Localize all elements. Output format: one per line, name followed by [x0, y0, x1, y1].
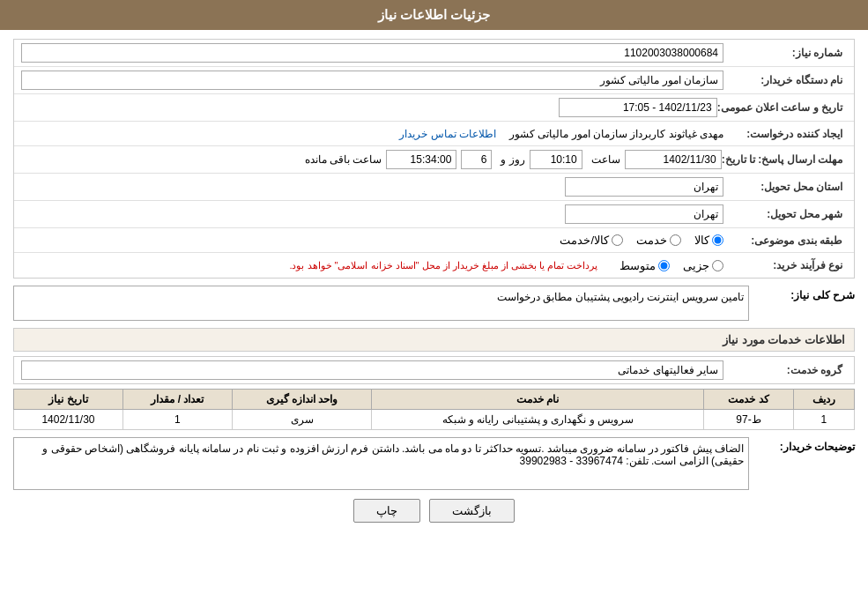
category-radio-group: کالا خدمت کالا/خدمت: [560, 234, 723, 247]
sharch-section: شرح کلی نیاز: تامین سرویس اینترنت رادیوی…: [13, 286, 855, 321]
category-radio-kala[interactable]: [712, 234, 723, 246]
creator-value-cell: مهدی غیاثوند کاربرداز سازمان امور مالیات…: [21, 128, 723, 140]
service-group-row: گروه خدمت:: [13, 356, 855, 384]
service-group-input: [21, 360, 723, 380]
announce-datetime-value-cell: [21, 98, 717, 117]
category-label: طبقه بندی موضوعی:: [723, 234, 847, 247]
category-label-khadamat: خدمت: [636, 234, 667, 247]
table-row: 1 ط-97 سرویس و نگهداری و پشتیبانی رایانه…: [14, 410, 855, 430]
col-quantity: تعداد / مقدار: [122, 390, 232, 410]
need-number-row: شماره نیاز:: [14, 40, 854, 67]
buyer-org-row: نام دستگاه خریدار:: [14, 67, 854, 94]
cell-unit: سری: [232, 410, 372, 430]
send-remaining-input: [386, 150, 456, 169]
purchase-type-label-jozii: جزیی: [683, 259, 709, 272]
category-row: طبقه بندی موضوعی: کالا خدمت: [14, 228, 854, 253]
send-time-label: ساعت: [591, 153, 620, 166]
send-remaining-label: ساعت باقی مانده: [305, 153, 382, 166]
send-deadline-value-cell: ساعت روز و ساعت باقی مانده: [21, 150, 722, 169]
buyer-org-label: نام دستگاه خریدار:: [723, 74, 847, 86]
purchase-type-note: پرداخت تمام یا بخشی از مبلغ خریدار از مح…: [289, 260, 597, 271]
category-value-cell: کالا خدمت کالا/خدمت: [21, 234, 723, 247]
purchase-type-option-jozii[interactable]: جزیی: [683, 259, 723, 272]
announce-datetime-input: [559, 98, 717, 117]
purchase-type-radio-motevasset[interactable]: [658, 260, 670, 271]
service-group-label: گروه خدمت:: [723, 364, 847, 376]
send-days-input: [461, 150, 492, 169]
category-option-khadamat[interactable]: خدمت: [636, 234, 681, 247]
city-value-cell: [21, 204, 723, 224]
cell-quantity: 1: [122, 410, 232, 430]
province-row: استان محل تحویل:: [14, 174, 854, 201]
services-table-section: ردیف کد خدمت نام خدمت واحد اندازه گیری ت…: [13, 389, 855, 430]
announce-datetime-label: تاریخ و ساعت اعلان عمومی:: [717, 101, 847, 114]
province-value-cell: [21, 177, 723, 197]
cell-row: 1: [793, 410, 854, 430]
purchase-type-radio-jozii[interactable]: [712, 260, 723, 271]
table-header-row: ردیف کد خدمت نام خدمت واحد اندازه گیری ت…: [14, 390, 855, 410]
services-table: ردیف کد خدمت نام خدمت واحد اندازه گیری ت…: [13, 389, 855, 430]
col-name: نام خدمت: [372, 390, 704, 410]
category-label-kala-khadamat: کالا/خدمت: [560, 234, 609, 247]
col-row: ردیف: [793, 390, 854, 410]
page-header: جزئیات اطلاعات نیاز: [0, 0, 868, 30]
send-deadline-label: مهلت ارسال پاسخ: تا تاریخ:: [722, 153, 847, 166]
purchase-type-option-motevasset[interactable]: متوسط: [619, 259, 670, 272]
creator-value: مهدی غیاثوند کاربرداز سازمان امور مالیات…: [509, 128, 723, 140]
need-number-label: شماره نیاز:: [723, 47, 847, 59]
service-group-value-cell: [21, 360, 723, 380]
col-code: کد خدمت: [704, 390, 794, 410]
category-radio-kala-khadamat[interactable]: [612, 234, 623, 246]
purchase-type-value-cell: جزیی متوسط پرداخت تمام یا بخشی از مبلغ خ…: [21, 259, 723, 272]
back-button[interactable]: بازگشت: [429, 499, 515, 523]
buyer-org-input: [21, 71, 723, 90]
send-deadline-row: مهلت ارسال پاسخ: تا تاریخ: ساعت روز و سا…: [14, 146, 854, 174]
date-time-row: ساعت روز و ساعت باقی مانده: [300, 150, 722, 169]
province-input: [565, 177, 723, 197]
category-option-kala[interactable]: کالا: [694, 234, 723, 247]
main-info-section: شماره نیاز: نام دستگاه خریدار: تاریخ و س…: [13, 39, 855, 279]
cell-date: 1402/11/30: [14, 410, 123, 430]
sharch-content: تامین سرویس اینترنت رادیویی پشتیبان مطاب…: [13, 286, 749, 321]
cell-code: ط-97: [704, 410, 794, 430]
content-area: شماره نیاز: نام دستگاه خریدار: تاریخ و س…: [0, 30, 868, 540]
purchase-type-row: نوع فرآیند خرید: جزیی متوسط پرداخت تمام …: [14, 253, 854, 278]
buyer-org-value-cell: [21, 71, 723, 90]
buyer-notes-section: توضیحات خریدار: الضاف پیش فاکتور در ساما…: [13, 437, 855, 490]
creator-label: ایجاد کننده درخواست:: [723, 128, 847, 140]
buttons-row: بازگشت چاپ: [13, 499, 855, 531]
category-radio-khadamat[interactable]: [670, 234, 681, 246]
send-days-label: روز و: [501, 153, 524, 166]
creator-contact-link[interactable]: اطلاعات تماس خریدار: [399, 128, 496, 140]
send-date-input: [625, 150, 722, 169]
buyer-notes-content: الضاف پیش فاکتور در سامانه ضروری میباشد …: [13, 437, 749, 490]
purchase-type-radio-group: جزیی متوسط پرداخت تمام یا بخشی از مبلغ خ…: [289, 259, 723, 272]
city-input: [565, 204, 723, 224]
col-date: تاریخ نیاز: [14, 390, 123, 410]
category-option-kala-khadamat[interactable]: کالا/خدمت: [560, 234, 623, 247]
print-button[interactable]: چاپ: [353, 499, 420, 523]
need-number-input: [21, 43, 723, 63]
city-row: شهر محل تحویل:: [14, 201, 854, 228]
page-wrapper: جزئیات اطلاعات نیاز شماره نیاز: نام دستگ…: [0, 0, 868, 609]
province-label: استان محل تحویل:: [723, 181, 847, 193]
creator-row: ایجاد کننده درخواست: مهدی غیاثوند کاربرد…: [14, 122, 854, 146]
buyer-notes-label: توضیحات خریدار:: [749, 437, 855, 490]
purchase-type-label-motevasset: متوسط: [619, 259, 656, 272]
send-time-input: [530, 150, 582, 169]
need-number-value-cell: [21, 43, 723, 63]
cell-name: سرویس و نگهداری و پشتیبانی رایانه و شبکه: [372, 410, 704, 430]
city-label: شهر محل تحویل:: [723, 208, 847, 220]
col-unit: واحد اندازه گیری: [232, 390, 372, 410]
announce-datetime-row: تاریخ و ساعت اعلان عمومی:: [14, 94, 854, 122]
purchase-type-label: نوع فرآیند خرید:: [723, 259, 847, 271]
page-title: جزئیات اطلاعات نیاز: [378, 7, 490, 22]
category-label-kala: کالا: [694, 234, 709, 247]
services-section-title: اطلاعات خدمات مورد نیاز: [13, 328, 855, 352]
sharch-label: شرح کلی نیاز:: [749, 286, 855, 321]
